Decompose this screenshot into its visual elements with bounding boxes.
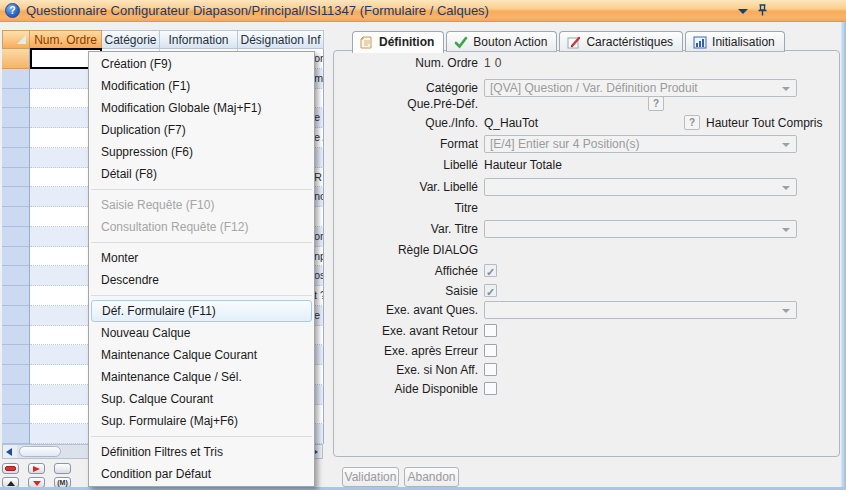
menu-item-d-tail-f8[interactable]: Détail (F8) bbox=[89, 163, 314, 185]
dropdown-exe-avant-ques[interactable] bbox=[484, 301, 797, 319]
row-selector[interactable] bbox=[2, 345, 30, 365]
note-icon bbox=[360, 36, 374, 49]
tab-initialisation[interactable]: Initialisation bbox=[685, 31, 785, 52]
chevron-down-icon bbox=[782, 186, 790, 190]
row-selector[interactable] bbox=[2, 187, 30, 207]
menu-item-cr-ation-f9[interactable]: Création (F9) bbox=[89, 53, 314, 75]
row-selector[interactable] bbox=[2, 385, 30, 405]
menu-item-modification-globale-maj-f1[interactable]: Modification Globale (Maj+F1) bbox=[89, 97, 314, 119]
row-selector[interactable] bbox=[2, 247, 30, 267]
row-selector[interactable] bbox=[2, 365, 30, 385]
field-label-saisie: Saisie bbox=[340, 283, 478, 299]
column-header-num-ordre[interactable]: Num. Ordre bbox=[30, 30, 102, 49]
column-header-d-signation-inf[interactable]: Désignation Inf bbox=[238, 30, 324, 49]
row-selector[interactable] bbox=[2, 306, 30, 326]
row-selector[interactable] bbox=[2, 148, 30, 168]
menu-item-sup-formulaire-maj-f6[interactable]: Sup. Formulaire (Maj+F6) bbox=[89, 410, 314, 432]
row-selector[interactable] bbox=[2, 405, 30, 425]
row-selector[interactable] bbox=[2, 326, 30, 346]
menu-item-d-finition-filtres-et-tris[interactable]: Définition Filtres et Tris bbox=[89, 441, 314, 463]
row-selector[interactable] bbox=[2, 128, 30, 148]
red-pencil-icon bbox=[567, 36, 581, 49]
row-selector[interactable] bbox=[2, 286, 30, 306]
menu-item-maintenance-calque-s-l[interactable]: Maintenance Calque / Sél. bbox=[89, 366, 314, 388]
tab-strip: Définition Bouton Action Caractéristique… bbox=[352, 31, 787, 53]
corner-triangle-icon bbox=[17, 35, 26, 44]
field-label-exe-avant-ques: Exe. avant Ques. bbox=[340, 302, 478, 318]
row-selector[interactable] bbox=[2, 266, 30, 286]
menu-separator bbox=[89, 185, 314, 194]
dropdown-format[interactable]: [E/4] Entier sur 4 Position(s) bbox=[484, 135, 797, 153]
red-bar-icon bbox=[5, 466, 16, 471]
menu-item-saisie-requ-te-f10[interactable]: Saisie Requête (F10) bbox=[89, 194, 314, 216]
question-button-que-pr-d-f[interactable]: ? bbox=[648, 96, 664, 111]
chevron-down-icon bbox=[782, 87, 790, 91]
grid-button-run[interactable] bbox=[28, 463, 45, 474]
field-label-aide-disponible: Aide Disponible bbox=[340, 381, 478, 397]
help-icon[interactable]: ? bbox=[5, 3, 20, 18]
dropdown-var-titre[interactable] bbox=[484, 220, 797, 238]
tab-label: Caractéristiques bbox=[586, 35, 673, 49]
menu-item-nouveau-calque[interactable]: Nouveau Calque bbox=[89, 322, 314, 344]
row-selector[interactable] bbox=[2, 227, 30, 247]
row-selector[interactable] bbox=[2, 49, 30, 69]
dropdown-var-libell[interactable] bbox=[484, 178, 797, 196]
field-label-libell: Libellé bbox=[340, 157, 478, 173]
menu-item-maintenance-calque-courant[interactable]: Maintenance Calque Courant bbox=[89, 344, 314, 366]
checkbox-aide-disponible[interactable] bbox=[484, 382, 497, 395]
select-all-corner-cell[interactable] bbox=[2, 30, 30, 49]
tab-bouton-action[interactable]: Bouton Action bbox=[446, 31, 557, 52]
menu-item-modification-f1[interactable]: Modification (F1) bbox=[89, 75, 314, 97]
checkbox-saisie[interactable]: ✓ bbox=[484, 284, 497, 297]
row-selector[interactable] bbox=[2, 108, 30, 128]
checkbox-exe-avant-retour[interactable] bbox=[484, 324, 497, 337]
field-suffix-que-info: Hauteur Tout Compris bbox=[706, 115, 823, 131]
field-label-num-ordre: Num. Ordre bbox=[340, 55, 478, 71]
scrollbar-thumb[interactable] bbox=[19, 446, 61, 457]
bar-chart-icon bbox=[693, 36, 707, 49]
tab-caracteristiques[interactable]: Caractéristiques bbox=[559, 31, 683, 52]
menu-item-descendre[interactable]: Descendre bbox=[89, 269, 314, 291]
tab-label: Initialisation bbox=[712, 35, 775, 49]
field-label-exe-apr-s-erreur: Exe. après Erreur bbox=[340, 343, 478, 359]
menu-item-suppression-f6[interactable]: Suppression (F6) bbox=[89, 141, 314, 163]
green-check-icon bbox=[454, 36, 468, 49]
question-button-que-info[interactable]: ? bbox=[684, 115, 700, 130]
chevron-down-icon[interactable] bbox=[738, 9, 748, 14]
dropdown-value bbox=[490, 221, 776, 237]
row-selector[interactable] bbox=[2, 89, 30, 109]
column-header-information[interactable]: Information bbox=[160, 30, 238, 49]
grid-button-blank[interactable] bbox=[54, 463, 71, 474]
title-bar: ? Questionnaire Configurateur Diapason/P… bbox=[0, 0, 846, 22]
menu-item-condition-par-d-faut[interactable]: Condition par Défaut bbox=[89, 463, 314, 485]
menu-separator bbox=[89, 238, 314, 247]
menu-item-d-f-formulaire-f11[interactable]: Déf. Formulaire (F11) bbox=[91, 300, 312, 322]
tab-definition[interactable]: Définition bbox=[352, 31, 444, 53]
column-header-cat-gorie[interactable]: Catégorie bbox=[102, 30, 160, 49]
row-selector[interactable] bbox=[2, 207, 30, 227]
menu-item-sup-calque-courant[interactable]: Sup. Calque Courant bbox=[89, 388, 314, 410]
scroll-left-button[interactable] bbox=[3, 445, 17, 458]
checkbox-affich-e[interactable]: ✓ bbox=[484, 264, 497, 277]
dropdown-cat-gorie[interactable]: [QVA] Question / Var. Définition Produit bbox=[484, 79, 797, 97]
checkbox-exe-si-non-aff[interactable] bbox=[484, 363, 497, 376]
field-label-exe-si-non-aff: Exe. si Non Aff. bbox=[340, 362, 478, 378]
menu-item-monter[interactable]: Monter bbox=[89, 247, 314, 269]
field-label-affich-e: Affichée bbox=[340, 263, 478, 279]
row-selector[interactable] bbox=[2, 69, 30, 89]
row-selector[interactable] bbox=[2, 424, 30, 444]
abandon-button[interactable]: Abandon bbox=[404, 467, 459, 487]
checkbox-exe-apr-s-erreur[interactable] bbox=[484, 344, 497, 357]
pin-icon[interactable] bbox=[757, 4, 768, 17]
up-triangle-icon bbox=[7, 481, 15, 486]
row-selector[interactable] bbox=[2, 168, 30, 188]
menu-item-duplication-f7[interactable]: Duplication (F7) bbox=[89, 119, 314, 141]
field-label-titre: Titre bbox=[340, 200, 478, 216]
validation-button[interactable]: Validation bbox=[342, 467, 399, 487]
grid-button-delete[interactable] bbox=[2, 463, 19, 474]
field-label-r-gle-dialog: Règle DIALOG bbox=[340, 242, 478, 258]
chevron-down-icon bbox=[782, 228, 790, 232]
menu-item-consultation-requ-te-f12[interactable]: Consultation Requête (F12) bbox=[89, 216, 314, 238]
check-mark-icon: ✓ bbox=[486, 286, 495, 298]
window-edge-right bbox=[841, 22, 846, 490]
